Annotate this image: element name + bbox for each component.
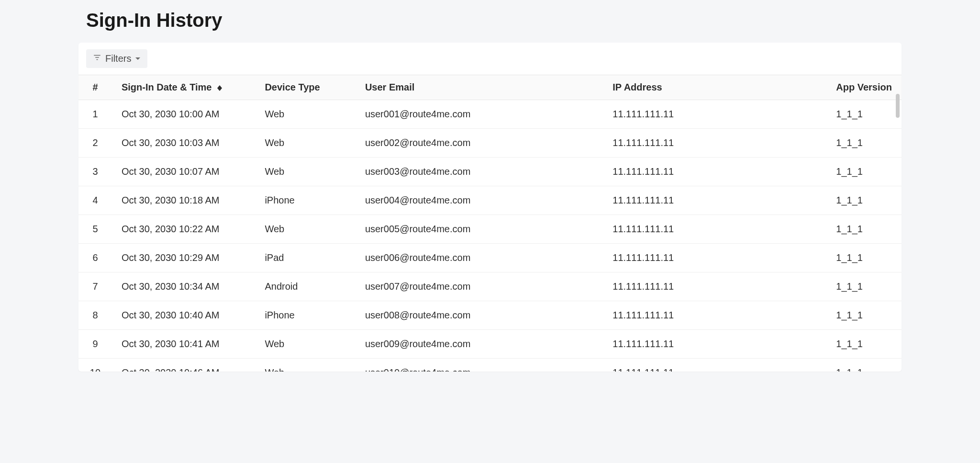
table-row[interactable]: 1Oct 30, 2030 10:00 AMWebuser001@route4m…: [78, 100, 902, 129]
column-header-email[interactable]: User Email: [356, 75, 603, 100]
column-header-version-label: App Version: [836, 82, 892, 92]
cell-email: user009@route4me.com: [356, 330, 603, 359]
cell-device: iPhone: [255, 186, 355, 215]
cell-email: user004@route4me.com: [356, 186, 603, 215]
cell-version: 1_1_1: [826, 359, 902, 372]
cell-email: user008@route4me.com: [356, 301, 603, 330]
cell-num: 2: [78, 129, 112, 158]
cell-email: user003@route4me.com: [356, 158, 603, 186]
cell-device: Web: [255, 359, 355, 372]
column-header-device[interactable]: Device Type: [255, 75, 355, 100]
table-row[interactable]: 5Oct 30, 2030 10:22 AMWebuser005@route4m…: [78, 215, 902, 244]
cell-version: 1_1_1: [826, 272, 902, 301]
cell-version: 1_1_1: [826, 301, 902, 330]
cell-device: Web: [255, 330, 355, 359]
cell-ip: 11.111.111.11: [603, 100, 826, 129]
cell-device: Web: [255, 129, 355, 158]
table-row[interactable]: 8Oct 30, 2030 10:40 AMiPhoneuser008@rout…: [78, 301, 902, 330]
column-header-device-label: Device Type: [265, 82, 320, 92]
cell-email: user002@route4me.com: [356, 129, 603, 158]
cell-ip: 11.111.111.11: [603, 330, 826, 359]
cell-num: 10: [78, 359, 112, 372]
cell-datetime: Oct 30, 2030 10:03 AM: [112, 129, 256, 158]
cell-datetime: Oct 30, 2030 10:34 AM: [112, 272, 256, 301]
sort-indicator-icon: [217, 85, 222, 91]
cell-num: 9: [78, 330, 112, 359]
cell-datetime: Oct 30, 2030 10:29 AM: [112, 244, 256, 272]
cell-version: 1_1_1: [826, 244, 902, 272]
cell-num: 8: [78, 301, 112, 330]
cell-email: user005@route4me.com: [356, 215, 603, 244]
cell-datetime: Oct 30, 2030 10:22 AM: [112, 215, 256, 244]
cell-email: user007@route4me.com: [356, 272, 603, 301]
chevron-down-icon: [135, 53, 141, 64]
cell-ip: 11.111.111.11: [603, 186, 826, 215]
page-title: Sign-In History: [78, 10, 902, 31]
cell-version: 1_1_1: [826, 330, 902, 359]
signin-history-table: # Sign-In Date & Time Device Type: [78, 75, 902, 372]
cell-num: 4: [78, 186, 112, 215]
column-header-ip-label: IP Address: [612, 82, 662, 92]
filters-button[interactable]: Filters: [86, 49, 147, 68]
cell-ip: 11.111.111.11: [603, 272, 826, 301]
cell-version: 1_1_1: [826, 158, 902, 186]
toolbar: Filters: [78, 43, 902, 75]
table-row[interactable]: 4Oct 30, 2030 10:18 AMiPhoneuser004@rout…: [78, 186, 902, 215]
cell-version: 1_1_1: [826, 129, 902, 158]
filter-icon: [93, 53, 101, 64]
signin-history-card: Filters # Sign-In Date & Time: [78, 43, 902, 372]
cell-ip: 11.111.111.11: [603, 129, 826, 158]
cell-num: 3: [78, 158, 112, 186]
cell-ip: 11.111.111.11: [603, 359, 826, 372]
cell-ip: 11.111.111.11: [603, 215, 826, 244]
cell-version: 1_1_1: [826, 100, 902, 129]
cell-device: Web: [255, 215, 355, 244]
table-row[interactable]: 3Oct 30, 2030 10:07 AMWebuser003@route4m…: [78, 158, 902, 186]
table-wrapper[interactable]: # Sign-In Date & Time Device Type: [78, 75, 902, 372]
cell-device: iPad: [255, 244, 355, 272]
table-row[interactable]: 7Oct 30, 2030 10:34 AMAndroiduser007@rou…: [78, 272, 902, 301]
cell-num: 7: [78, 272, 112, 301]
column-header-datetime-label: Sign-In Date & Time: [122, 82, 212, 92]
cell-num: 1: [78, 100, 112, 129]
cell-device: iPhone: [255, 301, 355, 330]
cell-ip: 11.111.111.11: [603, 158, 826, 186]
cell-version: 1_1_1: [826, 215, 902, 244]
cell-datetime: Oct 30, 2030 10:40 AM: [112, 301, 256, 330]
cell-ip: 11.111.111.11: [603, 244, 826, 272]
cell-email: user006@route4me.com: [356, 244, 603, 272]
cell-ip: 11.111.111.11: [603, 301, 826, 330]
column-header-datetime[interactable]: Sign-In Date & Time: [112, 75, 256, 100]
filters-label: Filters: [105, 53, 131, 64]
cell-num: 5: [78, 215, 112, 244]
cell-device: Android: [255, 272, 355, 301]
table-row[interactable]: 9Oct 30, 2030 10:41 AMWebuser009@route4m…: [78, 330, 902, 359]
cell-device: Web: [255, 158, 355, 186]
cell-datetime: Oct 30, 2030 10:07 AM: [112, 158, 256, 186]
cell-datetime: Oct 30, 2030 10:00 AM: [112, 100, 256, 129]
column-header-email-label: User Email: [365, 82, 414, 92]
cell-datetime: Oct 30, 2030 10:41 AM: [112, 330, 256, 359]
cell-num: 6: [78, 244, 112, 272]
cell-device: Web: [255, 100, 355, 129]
table-row[interactable]: 6Oct 30, 2030 10:29 AMiPaduser006@route4…: [78, 244, 902, 272]
column-header-num[interactable]: #: [78, 75, 112, 100]
column-header-num-label: #: [92, 82, 98, 92]
table-row[interactable]: 2Oct 30, 2030 10:03 AMWebuser002@route4m…: [78, 129, 902, 158]
cell-version: 1_1_1: [826, 186, 902, 215]
column-header-version[interactable]: App Version: [826, 75, 902, 100]
column-header-ip[interactable]: IP Address: [603, 75, 826, 100]
scrollbar-thumb[interactable]: [896, 94, 900, 118]
table-row[interactable]: 10Oct 30, 2030 10:46 AMWebuser010@route4…: [78, 359, 902, 372]
cell-datetime: Oct 30, 2030 10:18 AM: [112, 186, 256, 215]
cell-datetime: Oct 30, 2030 10:46 AM: [112, 359, 256, 372]
cell-email: user010@route4me.com: [356, 359, 603, 372]
cell-email: user001@route4me.com: [356, 100, 603, 129]
